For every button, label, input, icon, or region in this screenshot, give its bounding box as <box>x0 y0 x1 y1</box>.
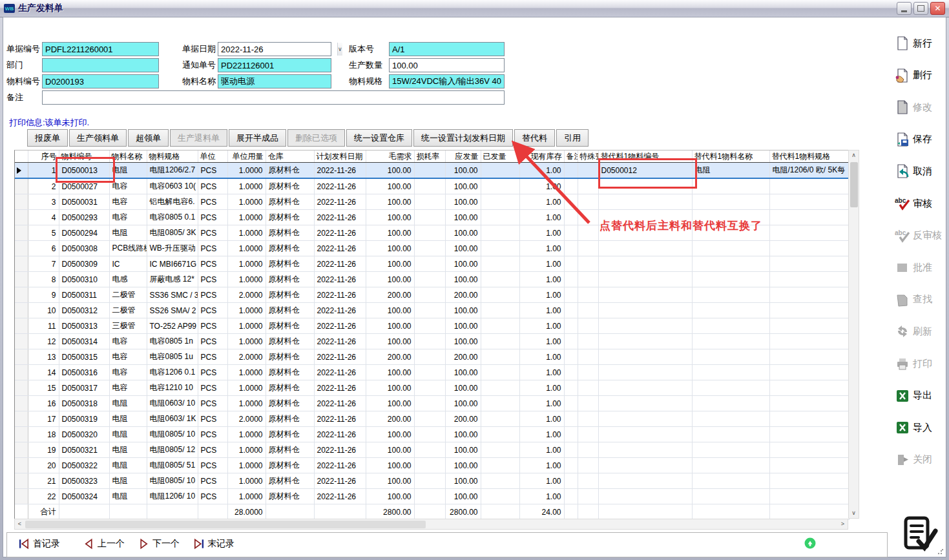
table-cell[interactable]: 2022-11-26 <box>314 349 366 365</box>
table-cell[interactable]: 电阻0805/ 12 <box>147 442 198 458</box>
table-cell[interactable]: 原材料仓 <box>266 396 314 411</box>
table-cell[interactable]: 电阻 <box>109 396 147 411</box>
table-cell[interactable]: 100.00 <box>445 241 481 256</box>
table-cell[interactable] <box>564 272 578 287</box>
table-cell[interactable] <box>578 256 598 272</box>
table-cell[interactable] <box>598 303 692 318</box>
table-cell[interactable]: 2022-11-26 <box>314 210 366 225</box>
column-header[interactable]: 单位 <box>198 150 227 163</box>
table-cell[interactable]: 1.00 <box>519 458 564 473</box>
table-cell[interactable] <box>481 178 519 194</box>
table-cell[interactable] <box>414 334 445 349</box>
table-cell[interactable] <box>692 318 769 334</box>
table-cell[interactable] <box>578 411 598 427</box>
row-selector[interactable] <box>15 303 28 318</box>
table-cell[interactable]: 1.00 <box>519 442 564 458</box>
table-cell[interactable]: 2022-11-26 <box>314 411 366 427</box>
table-cell[interactable]: PCS <box>198 178 227 194</box>
table-cell[interactable]: 100.00 <box>445 396 481 411</box>
table-cell[interactable] <box>692 272 769 287</box>
table-cell[interactable]: 17 <box>28 411 59 427</box>
table-cell[interactable]: 8 <box>28 272 59 287</box>
table-cell[interactable] <box>481 411 519 427</box>
table-cell[interactable] <box>769 427 849 442</box>
table-cell[interactable]: 100.00 <box>366 427 414 442</box>
table-cell[interactable]: 电容 <box>109 365 147 380</box>
table-cell[interactable] <box>414 272 445 287</box>
table-cell[interactable] <box>692 365 769 380</box>
table-cell[interactable]: PCS <box>198 194 227 210</box>
table-cell[interactable] <box>692 349 769 365</box>
version-field[interactable] <box>389 42 505 56</box>
table-cell[interactable]: 电容 <box>109 210 147 225</box>
table-cell[interactable]: 2022-11-26 <box>314 334 366 349</box>
table-cell[interactable]: 1.0000 <box>227 210 266 225</box>
table-cell[interactable] <box>692 473 769 489</box>
table-cell[interactable] <box>414 349 445 365</box>
nav-first-record-button[interactable]: 首记录 <box>19 538 60 550</box>
table-cell[interactable]: 2022-11-26 <box>314 163 366 179</box>
table-cell[interactable]: 6 <box>28 241 59 256</box>
row-selector[interactable] <box>15 458 28 473</box>
table-cell[interactable] <box>564 287 578 303</box>
table-cell[interactable] <box>564 427 578 442</box>
table-cell[interactable] <box>578 318 598 334</box>
table-cell[interactable]: 10 <box>28 303 59 318</box>
table-cell[interactable]: 电容0603 10( <box>147 178 198 194</box>
table-cell[interactable]: PCS <box>198 411 227 427</box>
table-cell[interactable] <box>481 256 519 272</box>
table-cell[interactable]: 电阻 <box>109 411 147 427</box>
table-cell[interactable]: 2022-11-26 <box>314 178 366 194</box>
table-cell[interactable]: 200.00 <box>366 349 414 365</box>
table-cell[interactable]: 100.00 <box>366 458 414 473</box>
sidebar-button-2[interactable]: 删行 <box>895 66 946 85</box>
table-cell[interactable] <box>769 365 849 380</box>
table-cell[interactable] <box>578 473 598 489</box>
table-cell[interactable]: 100.00 <box>445 458 481 473</box>
table-cell[interactable]: PCS <box>198 458 227 473</box>
table-cell[interactable]: D0500315 <box>59 349 109 365</box>
table-cell[interactable]: 原材料仓 <box>266 318 314 334</box>
table-cell[interactable] <box>481 303 519 318</box>
table-cell[interactable]: 电阻0805/ 10 <box>147 473 198 489</box>
table-cell[interactable]: PCS <box>198 442 227 458</box>
table-cell[interactable] <box>414 194 445 210</box>
row-selector[interactable] <box>15 163 28 179</box>
table-cell[interactable] <box>414 318 445 334</box>
table-cell[interactable] <box>481 489 519 504</box>
table-cell[interactable]: 原材料仓 <box>266 272 314 287</box>
table-cell[interactable] <box>414 380 445 396</box>
table-cell[interactable] <box>564 210 578 225</box>
table-cell[interactable]: 电阻 <box>109 489 147 504</box>
table-cell[interactable]: PCS <box>198 163 227 179</box>
resize-grip[interactable] <box>937 548 944 555</box>
remark-field[interactable] <box>42 90 505 105</box>
table-cell[interactable]: 2022-11-26 <box>314 256 366 272</box>
row-selector[interactable] <box>15 473 28 489</box>
table-cell[interactable] <box>564 303 578 318</box>
table-cell[interactable]: 2022-11-26 <box>314 225 366 241</box>
table-cell[interactable] <box>414 241 445 256</box>
row-selector[interactable] <box>15 334 28 349</box>
column-header[interactable]: 计划发料日期 <box>314 150 366 163</box>
table-cell[interactable] <box>692 411 769 427</box>
table-cell[interactable]: 100.00 <box>445 318 481 334</box>
column-header[interactable]: 已发量 <box>481 150 519 163</box>
table-cell[interactable]: 16 <box>28 396 59 411</box>
table-cell[interactable]: 9 <box>28 287 59 303</box>
column-header[interactable]: 单位用量 <box>227 150 266 163</box>
table-cell[interactable]: 1.0000 <box>227 303 266 318</box>
table-cell[interactable] <box>578 380 598 396</box>
table-cell[interactable]: 电容0805 1u <box>147 349 198 365</box>
table-cell[interactable]: 100.00 <box>366 178 414 194</box>
table-cell[interactable]: 电容 <box>109 334 147 349</box>
column-header[interactable]: 替代料1物料规格 <box>769 150 849 163</box>
table-cell[interactable]: 200.00 <box>445 287 481 303</box>
table-cell[interactable] <box>598 272 692 287</box>
table-cell[interactable]: D0500318 <box>59 396 109 411</box>
table-cell[interactable]: 1.00 <box>519 256 564 272</box>
table-cell[interactable] <box>564 473 578 489</box>
table-cell[interactable]: 100.00 <box>366 442 414 458</box>
table-cell[interactable] <box>769 303 849 318</box>
table-cell[interactable]: 2022-11-26 <box>314 396 366 411</box>
